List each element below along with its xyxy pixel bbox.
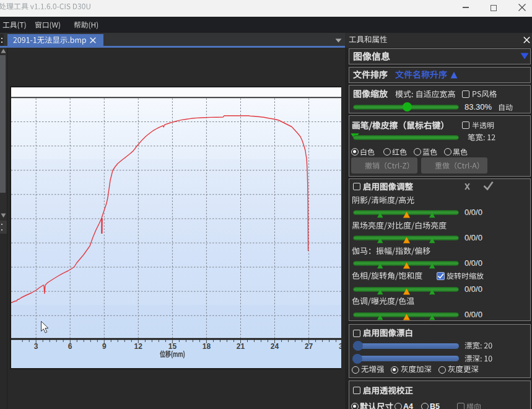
svg-text:30: 30 <box>339 342 341 351</box>
svg-text:3: 3 <box>34 342 38 351</box>
svg-text:15: 15 <box>168 342 177 351</box>
svg-text:18: 18 <box>203 342 211 351</box>
svg-text:9: 9 <box>102 342 107 351</box>
svg-text:24: 24 <box>271 342 279 351</box>
svg-text:21: 21 <box>237 342 245 351</box>
svg-text:6: 6 <box>68 342 72 351</box>
svg-text:27: 27 <box>305 342 313 351</box>
svg-text:12: 12 <box>134 342 143 351</box>
